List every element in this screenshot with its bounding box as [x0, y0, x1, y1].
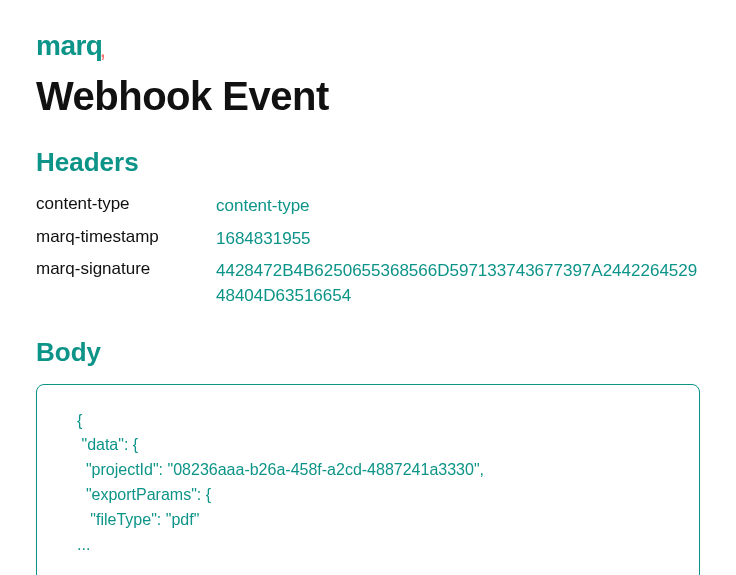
body-code-block: { "data": { "projectId": "08236aaa-b26a-…: [36, 384, 700, 575]
header-key: marq-signature: [36, 259, 216, 279]
body-section: Body { "data": { "projectId": "08236aaa-…: [36, 337, 700, 575]
header-row: marq-signature 4428472B4B6250655368566D5…: [36, 259, 700, 308]
header-key: marq-timestamp: [36, 227, 216, 247]
header-key: content-type: [36, 194, 216, 214]
body-code-content: { "data": { "projectId": "08236aaa-b26a-…: [77, 409, 659, 558]
body-section-title: Body: [36, 337, 700, 368]
page-title: Webhook Event: [36, 74, 700, 119]
brand-logo: marq,: [36, 30, 700, 62]
header-row: marq-timestamp 1684831955: [36, 227, 700, 252]
headers-table: content-type content-type marq-timestamp…: [36, 194, 700, 309]
header-row: content-type content-type: [36, 194, 700, 219]
header-value: 1684831955: [216, 227, 700, 252]
header-value: content-type: [216, 194, 700, 219]
headers-section-title: Headers: [36, 147, 700, 178]
brand-logo-accent: ,: [99, 35, 106, 62]
brand-logo-text: marq: [36, 30, 102, 62]
header-value: 4428472B4B6250655368566D597133743677397A…: [216, 259, 700, 308]
